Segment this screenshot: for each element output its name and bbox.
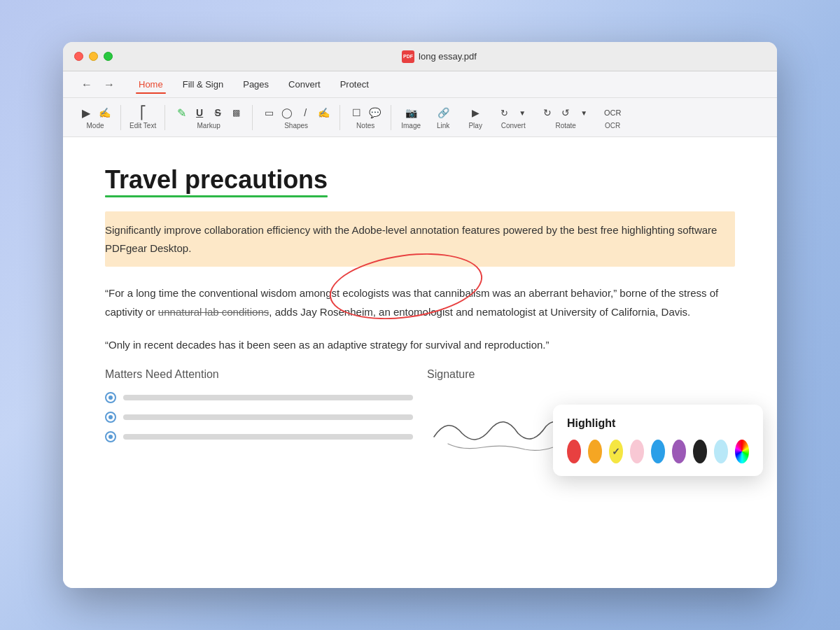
play-label: Play: [468, 122, 482, 130]
document-title: Travel precautions: [105, 165, 328, 195]
markup-extra-icon: ▩: [228, 105, 244, 120]
highlight-popup: Highlight: [553, 405, 763, 476]
checkbox-row-3: [105, 431, 413, 442]
swatch-purple[interactable]: [672, 440, 686, 463]
toolbar-rotate[interactable]: ↻ ↺ ▼ Rotate: [536, 102, 596, 132]
mode-label: Mode: [86, 122, 104, 130]
popup-title: Highlight: [567, 417, 749, 430]
toolbar-image[interactable]: 📷 Image: [396, 102, 426, 132]
shapes-label: Shapes: [284, 122, 308, 130]
line-icon: /: [298, 105, 313, 120]
file-name: long essay.pdf: [419, 51, 477, 62]
ellipse-icon: ◯: [279, 105, 295, 120]
menu-bar: ← → Home Fill & Sign Pages Convert Prote…: [63, 71, 777, 98]
underline-icon: U: [192, 105, 207, 120]
close-button[interactable]: [74, 52, 83, 61]
strikethrough-icon: S: [210, 105, 225, 120]
highlight-paragraph: Significantly improve collaboration effi…: [105, 211, 735, 267]
toolbar: ▶ ✍ Mode ⎡ Edit Text ✎ U S ▩ Markup: [63, 98, 777, 137]
hand-icon: ✍: [97, 105, 112, 120]
pen-icon: ✎: [174, 105, 189, 120]
toolbar-convert[interactable]: ↻ ▼ Convert: [492, 102, 534, 132]
menu-home[interactable]: Home: [130, 76, 172, 93]
cursor-icon: ▶: [78, 105, 94, 120]
pdf-icon-text: PDF: [403, 54, 413, 59]
window-title: PDF long essay.pdf: [113, 50, 766, 63]
link-icon: 🔗: [435, 105, 451, 120]
swatch-black[interactable]: [693, 440, 707, 463]
swatch-red[interactable]: [567, 440, 581, 463]
divider-3: [252, 105, 253, 130]
title-bar: PDF long essay.pdf: [63, 42, 777, 71]
menu-convert[interactable]: Convert: [280, 76, 329, 93]
back-button[interactable]: ←: [77, 75, 97, 94]
note-bubble-icon: 💬: [367, 105, 382, 120]
color-swatches: [567, 440, 749, 463]
pdf-icon: PDF: [402, 50, 414, 63]
toolbar-edit-text[interactable]: ⎡ Edit Text: [125, 102, 160, 132]
body-paragraph-1: “For a long time the conventional wisdom…: [105, 284, 735, 321]
matters-title: Matters Need Attention: [105, 368, 413, 381]
app-window: PDF long essay.pdf ← → Home Fill & Sign …: [63, 42, 777, 588]
body-paragraph-2: “Only in recent decades has it been seen…: [105, 335, 735, 354]
forward-button[interactable]: →: [99, 75, 119, 94]
toolbar-markup[interactable]: ✎ U S ▩ Markup: [169, 102, 248, 132]
convert-label: Convert: [501, 122, 526, 130]
toolbar-play[interactable]: ▶ Play: [460, 102, 491, 132]
swatch-yellow[interactable]: [609, 440, 623, 463]
markup-label: Markup: [197, 122, 220, 130]
line-2: [123, 414, 413, 420]
swatch-light-blue[interactable]: [714, 440, 728, 463]
strikethrough-text: unnatural lab conditions: [158, 306, 269, 318]
line-1: [123, 395, 413, 400]
swatch-orange[interactable]: [588, 440, 602, 463]
swatch-blue[interactable]: [651, 440, 665, 463]
signature-image: [427, 402, 567, 461]
toolbar-link[interactable]: 🔗 Link: [428, 102, 458, 132]
text-cursor-icon: ⎡: [135, 105, 150, 120]
play-icon: ▶: [468, 105, 483, 120]
line-3: [123, 434, 413, 440]
document-content: Travel precautions Significantly improve…: [63, 137, 777, 588]
rect-icon: ▭: [261, 105, 276, 120]
checkbox-3[interactable]: [105, 431, 116, 442]
toolbar-ocr[interactable]: OCR OCR: [597, 102, 628, 132]
swatch-rainbow[interactable]: [735, 440, 749, 463]
checkbox-1[interactable]: [105, 392, 116, 403]
note-box-icon: ☐: [349, 105, 364, 120]
checkbox-2[interactable]: [105, 412, 116, 423]
edit-text-label: Edit Text: [130, 122, 156, 130]
image-icon: 📷: [403, 105, 419, 120]
menu-pages[interactable]: Pages: [234, 76, 277, 93]
draw-icon: ✍: [316, 105, 331, 120]
menu-protect[interactable]: Protect: [332, 76, 377, 93]
checkbox-row-2: [105, 412, 413, 423]
swatch-pink[interactable]: [630, 440, 644, 463]
traffic-lights: [74, 52, 113, 61]
nav-buttons: ← →: [77, 75, 119, 94]
image-label: Image: [401, 122, 421, 130]
menu-fill-sign[interactable]: Fill & Sign: [174, 76, 232, 93]
toolbar-shapes[interactable]: ▭ ◯ / ✍ Shapes: [257, 102, 335, 132]
highlight-text: Significantly improve collaboration effi…: [105, 221, 735, 257]
checkbox-row-1: [105, 392, 413, 403]
convert-arrow-icon: ▼: [514, 105, 530, 120]
divider-4: [340, 105, 340, 130]
divider-1: [120, 105, 121, 130]
divider-2: [164, 105, 165, 130]
maximize-button[interactable]: [104, 52, 113, 61]
rotate-right-icon: ↺: [558, 105, 573, 120]
toolbar-mode[interactable]: ▶ ✍ Mode: [74, 102, 116, 132]
minimize-button[interactable]: [89, 52, 98, 61]
ocr-label: OCR: [605, 122, 620, 130]
toolbar-notes[interactable]: ☐ 💬 Notes: [344, 102, 386, 132]
link-label: Link: [437, 122, 449, 130]
convert-icon: ↻: [496, 105, 512, 120]
rotate-arrow-icon: ▼: [576, 105, 592, 120]
matters-section: Matters Need Attention: [105, 368, 413, 451]
ocr-icon: OCR: [605, 105, 620, 120]
signature-label: Signature: [427, 368, 475, 381]
notes-label: Notes: [356, 122, 374, 130]
rotate-label: Rotate: [555, 122, 575, 130]
divider-5: [391, 105, 391, 130]
